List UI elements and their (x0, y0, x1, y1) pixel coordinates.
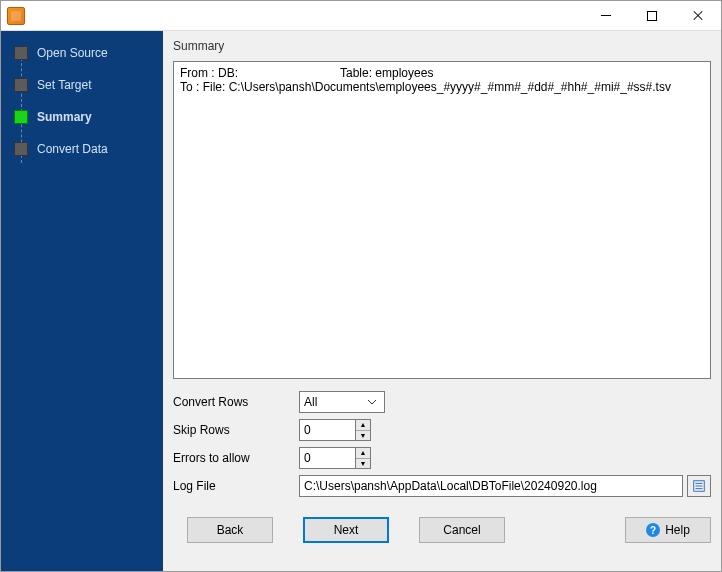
sidebar-item-convert-data[interactable]: Convert Data (1, 135, 163, 163)
logfile-browse-button[interactable] (687, 475, 711, 497)
summary-to-line: To : File: C:\Users\pansh\Documents\empl… (180, 80, 671, 94)
step-box-icon (14, 142, 28, 156)
skip-rows-label: Skip Rows (173, 423, 293, 437)
summary-textbox[interactable]: From : DB:Table: employeesTo : File: C:\… (173, 61, 711, 379)
window-controls (583, 1, 721, 30)
main-panel: Summary From : DB:Table: employeesTo : F… (163, 31, 721, 571)
skip-rows-stepper[interactable]: ▲ ▼ (299, 419, 371, 441)
step-box-icon (14, 78, 28, 92)
content-area: Open Source Set Target Summary Convert D… (1, 31, 721, 571)
minimize-icon (601, 15, 611, 16)
sidebar-item-label: Open Source (37, 46, 108, 60)
step-box-icon (14, 46, 28, 60)
logfile-input[interactable] (299, 475, 683, 497)
sidebar-item-open-source[interactable]: Open Source (1, 39, 163, 67)
convert-rows-label: Convert Rows (173, 395, 293, 409)
help-icon: ? (646, 523, 660, 537)
cancel-button[interactable]: Cancel (419, 517, 505, 543)
spin-down-button[interactable]: ▼ (356, 459, 370, 469)
convert-rows-select[interactable]: All (299, 391, 385, 413)
skip-rows-input[interactable] (299, 419, 355, 441)
minimize-button[interactable] (583, 1, 629, 30)
errors-allow-label: Errors to allow (173, 451, 293, 465)
close-icon (692, 10, 704, 22)
sidebar-item-summary[interactable]: Summary (1, 103, 163, 131)
back-button[interactable]: Back (187, 517, 273, 543)
spin-up-button[interactable]: ▲ (356, 448, 370, 459)
spin-up-button[interactable]: ▲ (356, 420, 370, 431)
summary-from-table: Table: employees (340, 66, 433, 80)
wizard-footer: Back Next Cancel ? Help (173, 517, 711, 543)
convert-rows-value: All (304, 395, 317, 409)
errors-allow-stepper[interactable]: ▲ ▼ (299, 447, 371, 469)
sidebar-item-label: Convert Data (37, 142, 108, 156)
next-button[interactable]: Next (303, 517, 389, 543)
browse-icon (692, 479, 706, 493)
help-button[interactable]: ? Help (625, 517, 711, 543)
title-bar (1, 1, 721, 31)
chevron-down-icon (364, 399, 380, 405)
app-icon (7, 7, 25, 25)
step-box-icon (14, 110, 28, 124)
maximize-button[interactable] (629, 1, 675, 30)
sidebar-item-label: Summary (37, 110, 92, 124)
summary-from-prefix: From : DB: (180, 66, 340, 80)
wizard-sidebar: Open Source Set Target Summary Convert D… (1, 31, 163, 571)
close-button[interactable] (675, 1, 721, 30)
options-form: Convert Rows All Skip Rows ▲ ▼ (173, 391, 711, 497)
spin-down-button[interactable]: ▼ (356, 431, 370, 441)
sidebar-item-set-target[interactable]: Set Target (1, 71, 163, 99)
errors-allow-input[interactable] (299, 447, 355, 469)
logfile-label: Log File (173, 479, 293, 493)
sidebar-item-label: Set Target (37, 78, 91, 92)
section-label: Summary (173, 39, 711, 53)
maximize-icon (647, 11, 657, 21)
